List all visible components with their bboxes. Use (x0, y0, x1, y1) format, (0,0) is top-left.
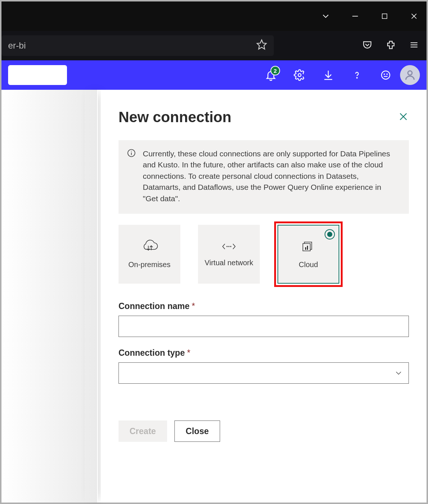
window-close-button[interactable] (409, 11, 419, 21)
info-text: Currently, these cloud connections are o… (143, 148, 398, 204)
svg-rect-27 (305, 247, 306, 250)
svg-point-16 (408, 71, 412, 75)
card-label: Virtual network (205, 258, 253, 267)
svg-point-14 (387, 74, 388, 75)
backdrop (1, 90, 97, 503)
window-titlebar (1, 1, 427, 31)
svg-point-12 (382, 71, 390, 79)
help-button[interactable] (351, 69, 363, 81)
notification-badge: 2 (270, 66, 280, 75)
option-virtual-network[interactable]: Virtual network (198, 225, 260, 284)
svg-point-26 (230, 246, 231, 247)
selected-indicator-icon (325, 229, 335, 239)
info-banner: Currently, these cloud connections are o… (119, 140, 409, 214)
notifications-button[interactable]: 2 (265, 69, 277, 81)
vnet-icon (220, 241, 238, 254)
option-cloud[interactable]: Cloud (277, 225, 339, 284)
browser-toolbar: er-bi (1, 31, 427, 60)
connection-type-select[interactable] (119, 362, 409, 384)
create-button[interactable]: Create (119, 420, 167, 442)
close-button[interactable]: Close (174, 420, 220, 442)
svg-point-24 (226, 246, 227, 247)
panel-title: New connection (119, 109, 231, 125)
window-maximize-button[interactable] (379, 11, 390, 21)
address-bar[interactable]: er-bi (1, 35, 274, 56)
info-icon (127, 148, 136, 204)
feedback-button[interactable] (379, 69, 392, 81)
hamburger-menu-icon[interactable] (409, 40, 419, 52)
pocket-icon[interactable] (362, 39, 373, 52)
svg-point-25 (228, 246, 229, 247)
cloud-gateway-icon (140, 239, 159, 256)
svg-rect-28 (307, 246, 308, 250)
tabs-dropdown-button[interactable] (321, 11, 331, 21)
svg-point-8 (298, 74, 301, 77)
panel-close-button[interactable] (398, 111, 409, 124)
app-header: 2 (1, 60, 427, 90)
card-label: On-premises (128, 260, 170, 269)
bookmark-star-icon[interactable] (256, 39, 267, 52)
cloud-report-icon (299, 239, 318, 256)
connection-type-label: Connection type * (119, 348, 409, 358)
svg-rect-1 (382, 14, 387, 19)
url-text: er-bi (8, 40, 26, 51)
new-connection-panel: New connection Currently, these cloud co… (101, 90, 427, 503)
card-label: Cloud (299, 260, 318, 269)
extensions-icon[interactable] (385, 39, 396, 52)
svg-point-21 (131, 151, 132, 152)
downloads-button[interactable] (322, 69, 335, 81)
required-marker: * (192, 301, 195, 311)
svg-point-13 (384, 74, 385, 75)
search-input[interactable] (8, 65, 67, 85)
svg-marker-4 (257, 40, 266, 49)
option-on-premises[interactable]: On-premises (119, 225, 180, 284)
settings-button[interactable] (293, 69, 306, 81)
chevron-down-icon (394, 368, 403, 378)
required-marker: * (187, 348, 190, 358)
connection-name-label: Connection name * (119, 301, 409, 311)
svg-point-11 (357, 78, 357, 78)
account-avatar[interactable] (400, 65, 420, 85)
connection-name-input[interactable] (119, 316, 409, 337)
window-minimize-button[interactable] (350, 11, 360, 21)
